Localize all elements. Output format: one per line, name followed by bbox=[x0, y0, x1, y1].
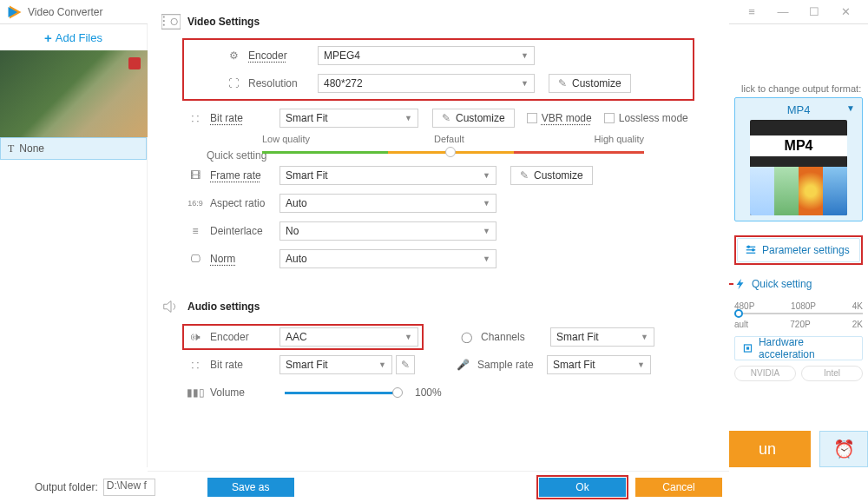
resolution-ticks: 480P1080P4K bbox=[734, 301, 863, 311]
app-logo-icon bbox=[7, 4, 23, 20]
lossless-checkbox[interactable]: Lossless mode bbox=[604, 112, 688, 124]
output-folder-input[interactable]: D:\New f bbox=[103, 479, 155, 496]
file-label: None bbox=[19, 142, 44, 155]
svg-point-4 bbox=[752, 248, 755, 252]
volume-slider[interactable] bbox=[285, 392, 398, 394]
quick-setting-label: Quick setting bbox=[207, 149, 266, 162]
run-button[interactable]: un bbox=[724, 431, 811, 467]
file-item[interactable]: T None bbox=[0, 137, 147, 160]
encoder-label: Encoder bbox=[248, 50, 318, 62]
audio-encoder-select[interactable]: AAC▼ bbox=[279, 327, 418, 347]
chevron-down-icon: ▼ bbox=[404, 114, 412, 122]
svg-rect-2 bbox=[746, 253, 756, 254]
chevron-down-icon: ▼ bbox=[641, 333, 648, 341]
framerate-select[interactable]: Smart Fit▼ bbox=[279, 166, 496, 185]
quick-setting-button[interactable]: Quick setting bbox=[734, 272, 863, 296]
pencil-icon: ✎ bbox=[442, 112, 450, 124]
sample-rate-label: Sample rate bbox=[477, 359, 547, 371]
chevron-down-icon: ▼ bbox=[483, 171, 490, 180]
framerate-customize-button[interactable]: ✎ Customize bbox=[510, 166, 593, 185]
norm-select[interactable]: Auto▼ bbox=[279, 249, 496, 268]
svg-point-3 bbox=[747, 245, 751, 248]
resolution-label: Resolution bbox=[248, 77, 318, 89]
lines-icon: ≡ bbox=[187, 223, 203, 239]
film-icon: 🎞 bbox=[187, 168, 203, 183]
minimize-icon[interactable]: — bbox=[767, 5, 799, 18]
chevron-down-icon: ▼ bbox=[404, 333, 412, 341]
video-settings-heading: Video Settings bbox=[148, 0, 729, 38]
maximize-icon[interactable]: ☐ bbox=[799, 5, 830, 18]
save-as-button[interactable]: Save as bbox=[207, 478, 294, 497]
channels-select[interactable]: Smart Fit▼ bbox=[550, 327, 654, 347]
video-thumbnail[interactable] bbox=[0, 50, 148, 137]
audio-encoder-label: Encoder bbox=[210, 331, 279, 343]
chevron-down-icon: ▼ bbox=[483, 254, 490, 263]
aspect-select[interactable]: Auto▼ bbox=[279, 194, 496, 213]
channels-label: Channels bbox=[481, 331, 550, 343]
svg-rect-8 bbox=[163, 17, 165, 18]
chevron-down-icon: ▼ bbox=[637, 360, 645, 369]
framerate-row: 🎞 Frame rate Smart Fit▼ ✎ Customize bbox=[148, 162, 729, 189]
crop-icon: ⛶ bbox=[226, 76, 241, 91]
norm-label: Norm bbox=[210, 253, 279, 265]
bitrate-customize-button[interactable]: ✎ Customize bbox=[432, 109, 515, 128]
audio-bitrate-edit-button[interactable]: ✎ bbox=[396, 355, 415, 374]
volume-row: ▮▮▯ Volume 100% bbox=[148, 379, 729, 406]
plus-icon: + bbox=[44, 30, 52, 45]
mic-icon: 🎤 bbox=[455, 357, 470, 373]
chip-icon bbox=[742, 342, 753, 354]
vbr-checkbox[interactable]: VBR mode bbox=[527, 112, 592, 124]
text-icon: T bbox=[8, 142, 14, 155]
pencil-icon: ✎ bbox=[520, 169, 529, 182]
norm-row: 🖵 Norm Auto▼ bbox=[148, 245, 729, 273]
hardware-accel-button[interactable]: Hardware acceleration bbox=[734, 336, 863, 360]
deinterlace-select[interactable]: No▼ bbox=[279, 221, 496, 241]
resolution-slider[interactable] bbox=[734, 313, 863, 314]
svg-rect-10 bbox=[163, 24, 165, 26]
video-bitrate-select[interactable]: Smart Fit▼ bbox=[279, 109, 418, 128]
ok-button[interactable]: Ok bbox=[539, 478, 626, 497]
output-format-card[interactable]: MP4 ▼ MP4 bbox=[734, 97, 863, 221]
quality-slider-row: Quick setting Low quality Default High q… bbox=[148, 132, 729, 162]
parameter-settings-button[interactable]: Parameter settings bbox=[737, 238, 860, 262]
lightning-icon bbox=[734, 278, 746, 290]
volume-value: 100% bbox=[415, 386, 442, 399]
video-encoder-row: ⚙ Encoder MPEG4▼ bbox=[186, 42, 691, 69]
resolution-customize-button[interactable]: ✎ Customize bbox=[549, 74, 631, 93]
video-resolution-select[interactable]: 480*272▼ bbox=[318, 74, 535, 93]
sliders-icon bbox=[745, 244, 757, 256]
sample-rate-select[interactable]: Smart Fit▼ bbox=[547, 355, 651, 374]
app-title: Video Converter bbox=[28, 6, 103, 18]
menu-icon[interactable]: ≡ bbox=[736, 5, 767, 18]
schedule-button[interactable]: ⏰ bbox=[819, 431, 868, 467]
close-icon[interactable]: ✕ bbox=[830, 5, 861, 18]
chevron-down-icon: ▼ bbox=[521, 51, 529, 60]
film-gear-icon bbox=[161, 14, 181, 30]
cancel-button[interactable]: Cancel bbox=[635, 478, 722, 497]
settings-modal: Video Settings ⚙ Encoder MPEG4▼ ⛶ Resolu… bbox=[148, 0, 729, 502]
speaker-small-icon: 🕪 bbox=[187, 329, 203, 345]
chevron-down-icon: ▼ bbox=[521, 79, 529, 88]
resolution-ticks-2: ault720P2K bbox=[734, 320, 863, 329]
format-hint: lick to change output format: bbox=[741, 83, 863, 94]
chevron-down-icon: ▼ bbox=[378, 360, 386, 369]
clock-icon: ⏰ bbox=[833, 439, 855, 459]
right-panel: lick to change output format: MP4 ▼ MP4 … bbox=[729, 24, 868, 467]
monitor-icon: 🖵 bbox=[187, 251, 203, 267]
format-artwork: MP4 bbox=[750, 120, 847, 215]
audio-bitrate-select[interactable]: Smart Fit▼ bbox=[279, 355, 392, 374]
audio-row-1: 🕪 Encoder AAC▼ ◯ Channels Smart Fit▼ bbox=[148, 323, 729, 351]
bitrate-label: Bit rate bbox=[210, 112, 279, 124]
framerate-label: Frame rate bbox=[210, 169, 279, 182]
highlight-box-1: ⚙ Encoder MPEG4▼ ⛶ Resolution 480*272▼ ✎… bbox=[182, 38, 694, 101]
quality-slider[interactable]: Low quality Default High quality bbox=[262, 139, 644, 155]
video-bitrate-row: ⸬ Bit rate Smart Fit▼ ✎ Customize VBR mo… bbox=[148, 104, 729, 132]
chevron-down-icon: ▼ bbox=[483, 227, 490, 235]
aspect-icon: 16:9 bbox=[187, 195, 203, 211]
chevron-down-icon: ▼ bbox=[846, 103, 855, 113]
add-files-button[interactable]: + Add Files bbox=[0, 24, 147, 50]
aspect-label: Aspect ratio bbox=[210, 197, 279, 209]
output-folder-label: Output folder: bbox=[35, 481, 98, 493]
channels-icon: ◯ bbox=[458, 329, 474, 345]
video-encoder-select[interactable]: MPEG4▼ bbox=[318, 46, 535, 65]
